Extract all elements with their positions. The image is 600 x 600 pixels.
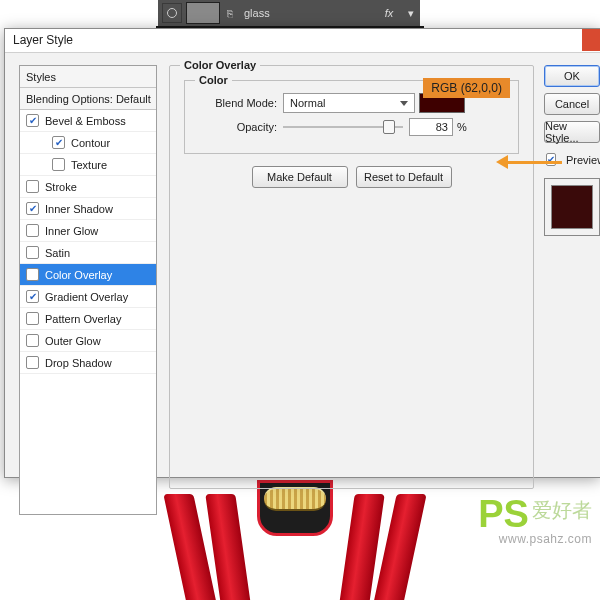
checkbox[interactable] (26, 246, 39, 259)
fx-badge[interactable]: fx (376, 7, 402, 19)
checkbox[interactable] (26, 114, 39, 127)
make-default-button[interactable]: Make Default (252, 166, 348, 188)
checkbox[interactable] (52, 158, 65, 171)
styles-list: Styles Blending Options: Default Bevel &… (19, 65, 157, 515)
checkbox[interactable] (26, 334, 39, 347)
watermark-url: www.psahz.com (478, 532, 592, 546)
effect-texture[interactable]: Texture (20, 154, 156, 176)
rgb-annotation: RGB (62,0,0) (423, 78, 510, 98)
visibility-eye-icon[interactable] (162, 3, 182, 23)
slider-thumb[interactable] (383, 120, 395, 134)
watermark-ps: PS (478, 493, 529, 535)
ok-button[interactable]: OK (544, 65, 600, 87)
subgroup-title: Color (195, 74, 232, 86)
checkbox[interactable] (26, 290, 39, 303)
effect-contour[interactable]: Contour (20, 132, 156, 154)
settings-column: Color Overlay Color RGB (62,0,0) Blend M… (165, 53, 542, 477)
effect-stroke[interactable]: Stroke (20, 176, 156, 198)
actions-column: OK Cancel New Style... Preview (542, 53, 600, 477)
arrow-annotation (496, 155, 562, 169)
chevron-down-icon (400, 101, 408, 106)
effect-gradient-overlay[interactable]: Gradient Overlay (20, 286, 156, 308)
layer-style-dialog: Layer Style Styles Blending Options: Def… (4, 28, 600, 478)
fx-expand-icon[interactable]: ▾ (402, 7, 420, 20)
close-button[interactable] (582, 29, 600, 51)
preview-thumbnail (544, 178, 600, 236)
effect-inner-shadow[interactable]: Inner Shadow (20, 198, 156, 220)
new-style-button[interactable]: New Style... (544, 121, 600, 143)
layer-name[interactable]: glass (236, 7, 376, 19)
link-icon[interactable]: ⎘ (224, 8, 236, 19)
blending-options-row[interactable]: Blending Options: Default (20, 88, 156, 110)
blend-mode-label: Blend Mode: (197, 97, 277, 109)
checkbox[interactable] (26, 180, 39, 193)
layers-panel-row: ⎘ glass fx ▾ (158, 0, 420, 26)
checkbox[interactable] (26, 224, 39, 237)
opacity-input[interactable]: 83 (409, 118, 453, 136)
watermark-cn: 爱好者 (532, 499, 592, 521)
effect-pattern-overlay[interactable]: Pattern Overlay (20, 308, 156, 330)
reset-default-button[interactable]: Reset to Default (356, 166, 452, 188)
group-title: Color Overlay (180, 59, 260, 71)
color-subgroup: Color RGB (62,0,0) Blend Mode: Normal Op… (184, 80, 519, 154)
opacity-label: Opacity: (197, 121, 277, 133)
checkbox[interactable] (26, 312, 39, 325)
effect-color-overlay[interactable]: Color Overlay (20, 264, 156, 286)
effect-bevel-emboss[interactable]: Bevel & Emboss (20, 110, 156, 132)
opacity-slider[interactable] (283, 118, 403, 136)
default-buttons-row: Make Default Reset to Default (184, 166, 519, 188)
watermark: PS 爱好者 www.psahz.com (478, 493, 592, 546)
cancel-button[interactable]: Cancel (544, 93, 600, 115)
preview-label: Preview (566, 154, 600, 166)
effect-drop-shadow[interactable]: Drop Shadow (20, 352, 156, 374)
effect-satin[interactable]: Satin (20, 242, 156, 264)
styles-header[interactable]: Styles (20, 66, 156, 88)
checkbox[interactable] (26, 268, 39, 281)
opacity-row: Opacity: 83 % (197, 115, 506, 139)
styles-column: Styles Blending Options: Default Bevel &… (5, 53, 165, 477)
opacity-unit: % (457, 121, 467, 133)
dialog-titlebar[interactable]: Layer Style (5, 29, 600, 53)
color-overlay-group: Color Overlay Color RGB (62,0,0) Blend M… (169, 65, 534, 489)
effect-outer-glow[interactable]: Outer Glow (20, 330, 156, 352)
checkbox[interactable] (52, 136, 65, 149)
background-artwork-candle (175, 480, 415, 600)
checkbox[interactable] (26, 356, 39, 369)
blend-mode-dropdown[interactable]: Normal (283, 93, 415, 113)
checkbox[interactable] (26, 202, 39, 215)
effect-inner-glow[interactable]: Inner Glow (20, 220, 156, 242)
layer-thumbnail[interactable] (186, 2, 220, 24)
dialog-title: Layer Style (13, 33, 73, 47)
